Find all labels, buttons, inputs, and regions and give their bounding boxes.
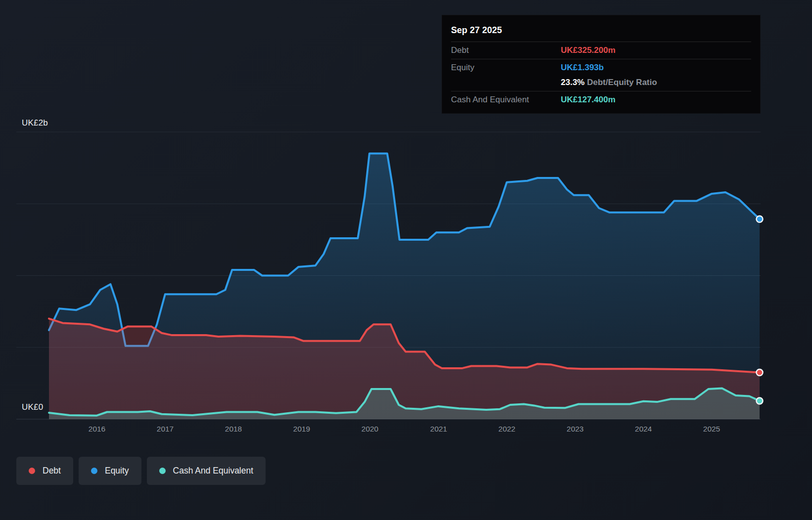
cash-dot-icon [159,468,166,474]
tooltip-debt-row: Debt UK£325.200m [451,42,751,59]
tooltip-date: Sep 27 2025 [451,19,751,42]
legend-item-equity[interactable]: Equity [79,457,141,485]
chart-tooltip: Sep 27 2025 Debt UK£325.200m Equity UK£1… [442,15,761,114]
tooltip-equity-label: Equity [451,62,561,73]
x-tick-label: 2025 [703,425,720,433]
x-tick-label: 2024 [635,425,652,433]
tooltip-ratio-row: 23.3% Debt/Equity Ratio [451,76,751,91]
x-tick-label: 2023 [567,425,584,433]
y-axis-bottom-label: UK£0 [22,402,43,412]
tooltip-debt-value: UK£325.200m [561,45,751,56]
debt-dot-icon [29,468,35,474]
x-tick-label: 2018 [225,425,242,433]
debt-end-marker [757,369,763,376]
equity-end-marker [757,216,763,222]
x-tick-label: 2022 [498,425,515,433]
tooltip-cash-label: Cash And Equivalent [451,94,561,105]
tooltip-ratio-label: Debt/Equity Ratio [587,78,657,87]
equity-dot-icon [91,468,97,474]
legend-cash-label: Cash And Equivalent [173,466,253,476]
legend-debt-label: Debt [43,466,61,476]
x-tick-label: 2019 [293,425,310,433]
tooltip-cash-value: UK£127.400m [561,94,751,105]
legend-item-debt[interactable]: Debt [16,457,73,485]
x-tick-label: 2016 [89,425,105,433]
x-axis: 2016201720182019202020212022202320242025 [0,425,812,436]
tooltip-cash-row: Cash And Equivalent UK£127.400m [451,91,751,108]
x-tick-label: 2017 [157,425,174,433]
y-axis-top-label: UK£2b [22,118,48,128]
debt-equity-history-page: { "page": {"background": "#151a22"}, "co… [0,0,812,520]
chart-legend: Debt Equity Cash And Equivalent [16,457,266,485]
tooltip-equity-row: Equity UK£1.393b [451,59,751,76]
tooltip-ratio-value: 23.3% [561,78,585,87]
cash-and-equivalent-end-marker [757,398,763,404]
x-tick-label: 2020 [361,425,378,433]
tooltip-debt-label: Debt [451,45,561,56]
legend-item-cash[interactable]: Cash And Equivalent [147,457,266,485]
legend-equity-label: Equity [105,466,129,476]
x-tick-label: 2021 [430,425,447,433]
tooltip-equity-value: UK£1.393b [561,62,751,73]
